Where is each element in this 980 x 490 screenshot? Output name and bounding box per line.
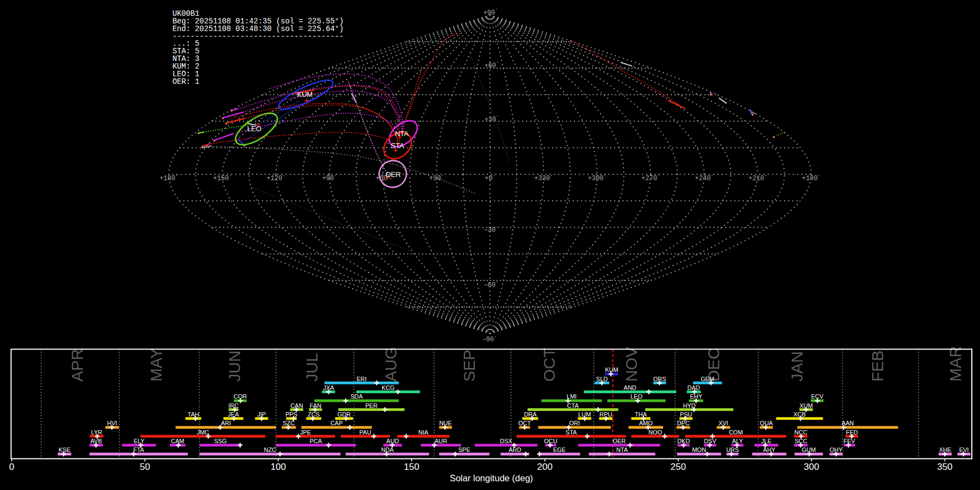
svg-text:HVI: HVI [107,420,117,426]
svg-text:AUR: AUR [434,438,447,444]
svg-text:EVI: EVI [959,446,969,453]
svg-text:NOV: NOV [622,347,640,382]
svg-text:MON: MON [692,446,706,453]
svg-text:100: 100 [271,462,286,472]
svg-text:350: 350 [937,462,952,472]
svg-text:CAN: CAN [290,402,303,409]
svg-text:PER: PER [365,402,378,409]
svg-text:XUM: XUM [799,402,812,409]
svg-text:JIP: JIP [258,411,266,418]
svg-text:Beg: 20251108 01:42:35 (sol =: Beg: 20251108 01:42:35 (sol = 225.55°) [173,17,344,26]
svg-text:AAN: AAN [842,420,854,426]
svg-text:+0˚: +0˚ [485,175,495,183]
svg-text:−90˚: −90˚ [482,336,497,344]
svg-text:ORI: ORI [569,420,580,426]
svg-text:OCT: OCT [540,348,558,382]
svg-text:AMO: AMO [639,420,653,426]
svg-text:JUL: JUL [303,353,321,382]
svg-text:AHY: AHY [763,446,776,453]
svg-text:ARD: ARD [509,446,521,453]
svg-text:JUN: JUN [225,351,243,382]
svg-text:ALY: ALY [732,438,744,444]
svg-text:SEP: SEP [460,350,478,382]
svg-text:KUM: KUM [605,366,618,373]
svg-text:50: 50 [140,462,150,472]
svg-text:OER: OER [612,438,626,444]
svg-text:SSG: SSG [214,438,226,444]
svg-text:+150˚: +150˚ [213,175,231,183]
svg-text:CAP: CAP [330,420,343,426]
svg-text:UK00B1: UK00B1 [173,10,200,18]
svg-text:DKD: DKD [677,438,690,444]
svg-text:0: 0 [9,462,14,472]
svg-text:FED: FED [846,429,858,436]
svg-text:AUG: AUG [382,347,400,382]
svg-text:OER: OER [385,170,401,179]
svg-text:+90˚: +90˚ [483,9,498,17]
svg-text:GUM: GUM [802,446,816,453]
svg-text:MAR: MAR [946,346,964,382]
svg-text:LMI: LMI [567,393,577,400]
svg-text:URS: URS [726,446,739,453]
svg-text:+270˚: +270˚ [641,175,660,183]
svg-text:PPS: PPS [285,411,297,418]
svg-text:ZCS: ZCS [308,411,320,418]
svg-text:NDA: NDA [381,446,394,453]
svg-text:+180˚: +180˚ [160,175,178,183]
svg-text:GEM: GEM [701,376,714,382]
svg-text:Solar longitude (deg): Solar longitude (deg) [450,473,533,483]
svg-text:OHY: OHY [830,446,843,453]
svg-text:KCG: KCG [382,384,395,391]
svg-text:DRA: DRA [524,411,537,418]
svg-text:ORS: ORS [653,376,666,382]
svg-text:LEO: LEO [630,393,642,400]
svg-text:FTA: FTA [133,446,145,453]
svg-text:NTA: NTA [395,130,408,138]
svg-text:CAM: CAM [171,438,184,444]
svg-text:SCC: SCC [794,438,807,444]
svg-text:JAN: JAN [788,351,806,382]
svg-text:ARI: ARI [221,420,231,426]
svg-text:+300˚: +300˚ [588,175,607,183]
svg-text:−30˚: −30˚ [484,226,499,235]
svg-text:+120˚: +120˚ [267,175,285,183]
svg-text:TAH: TAH [188,411,199,418]
svg-text:150: 150 [404,462,419,472]
svg-text:OCU: OCU [544,438,558,444]
svg-text:+330˚: +330˚ [534,175,553,183]
svg-text:STA: STA [566,429,577,436]
svg-text:RPU: RPU [599,411,612,418]
svg-text:ERI: ERI [357,376,366,382]
svg-text:COM: COM [729,429,743,436]
svg-text:SLD: SLD [596,376,608,382]
svg-text:NZC: NZC [264,446,277,453]
svg-text:FEV: FEV [843,438,855,444]
svg-text:+240˚: +240˚ [695,175,713,183]
svg-text:...: 5: ...: 5 [173,40,200,48]
svg-text:EGE: EGE [553,446,566,453]
svg-text:KUM: 2: KUM: 2 [173,63,200,71]
svg-text:DSX: DSX [500,438,512,444]
svg-text:QUA: QUA [760,420,774,426]
svg-text:EHY: EHY [690,393,702,400]
svg-text:OER: 1: OER: 1 [173,78,200,86]
svg-text:−60˚: −60˚ [484,281,499,290]
svg-text:GDR: GDR [338,411,351,418]
svg-text:FEB: FEB [868,351,886,382]
svg-text:SPE: SPE [458,446,470,453]
svg-text:KSE: KSE [58,446,70,453]
svg-text:------------------------------: -------------------------------------- [173,33,344,41]
svg-text:JXA: JXA [323,384,334,391]
svg-text:XCB: XCB [793,411,806,418]
svg-text:LEO: LEO [247,125,261,133]
svg-text:NIA: NIA [418,429,428,436]
svg-text:DSV: DSV [704,438,716,444]
svg-text:LEO: 1: LEO: 1 [173,70,200,78]
svg-text:STA: 5: STA: 5 [173,47,200,56]
svg-text:STA: STA [391,142,405,150]
svg-text:APR: APR [68,348,86,382]
svg-text:THA: THA [635,411,647,418]
svg-text:MAY: MAY [147,348,165,382]
svg-text:LUM: LUM [578,411,591,418]
svg-text:COR: COR [234,393,247,400]
